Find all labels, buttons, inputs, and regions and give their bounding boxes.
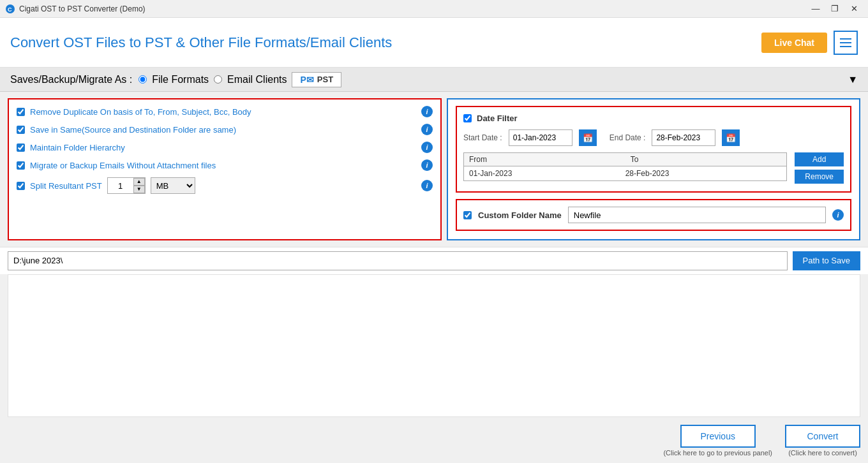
- custom-folder-checkbox[interactable]: [463, 211, 472, 219]
- split-value-input: ▲ ▼: [107, 177, 146, 194]
- previous-btn-group: Previous (Click here to go to previous p…: [663, 425, 772, 457]
- minimize-button[interactable]: —: [807, 2, 825, 16]
- split-controls: Split Resultant PST ▲ ▼ MB GB: [30, 177, 195, 194]
- option-row-2: Save in Same(Source and Destination Fold…: [17, 124, 433, 135]
- folder-hierarchy-checkbox[interactable]: [17, 143, 25, 152]
- table-row[interactable]: 01-Jan-2023 28-Feb-2023: [464, 166, 786, 180]
- saves-label: Saves/Backup/Migrate As :: [10, 74, 132, 85]
- menu-line: [840, 42, 851, 43]
- main-content: Remove Duplicate On basis of To, From, S…: [0, 92, 868, 463]
- svg-text:C: C: [8, 6, 12, 13]
- custom-folder-info-icon[interactable]: i: [832, 209, 844, 221]
- header: Convert OST Files to PST & Other File Fo…: [0, 18, 868, 68]
- date-table-container: From To 01-Jan-2023 28-Feb-2023: [463, 152, 787, 185]
- no-attachment-info-icon[interactable]: i: [421, 159, 433, 171]
- app-icon: C: [5, 4, 15, 14]
- format-badge[interactable]: P✉ PST: [292, 72, 341, 87]
- save-same-label[interactable]: Save in Same(Source and Destination Fold…: [30, 125, 421, 135]
- to-date-cell: 28-Feb-2023: [625, 169, 782, 178]
- no-attachment-checkbox[interactable]: [17, 161, 25, 170]
- option-row-split: Split Resultant PST ▲ ▼ MB GB i: [17, 177, 433, 194]
- custom-folder-label[interactable]: Custom Folder Name: [478, 210, 562, 220]
- split-pst-label[interactable]: Split Resultant PST: [30, 181, 102, 191]
- split-number-field[interactable]: [108, 178, 133, 193]
- log-area: [8, 274, 860, 418]
- start-date-label: Start Date :: [463, 133, 502, 142]
- duplicate-checkbox[interactable]: [17, 108, 25, 116]
- email-clients-label[interactable]: Email Clients: [227, 74, 287, 85]
- custom-folder-section: Custom Folder Name i: [456, 199, 851, 231]
- right-panel: Date Filter Start Date : 📅 End Date : 📅 …: [447, 98, 860, 240]
- from-column-header: From: [464, 153, 625, 166]
- convert-button[interactable]: Convert: [785, 425, 860, 448]
- split-info-icon[interactable]: i: [421, 180, 433, 191]
- menu-line: [840, 38, 851, 40]
- no-attachment-label[interactable]: Migrate or Backup Emails Without Attachm…: [30, 161, 421, 170]
- email-clients-radio[interactable]: [214, 75, 222, 84]
- date-filter-label[interactable]: Date Filter: [477, 114, 518, 123]
- bottom-bar: Previous (Click here to go to previous p…: [0, 421, 868, 463]
- format-options: File Formats Email Clients P✉ PST: [138, 72, 341, 87]
- date-range-row: Start Date : 📅 End Date : 📅: [463, 129, 844, 146]
- date-filter-section: Date Filter Start Date : 📅 End Date : 📅 …: [456, 106, 851, 193]
- menu-line: [840, 46, 851, 47]
- menu-button[interactable]: [834, 31, 858, 55]
- left-panel: Remove Duplicate On basis of To, From, S…: [8, 98, 442, 240]
- spin-buttons: ▲ ▼: [133, 178, 145, 193]
- window-title: Cigati OST to PST Converter (Demo): [19, 4, 807, 13]
- add-remove-buttons: Add Remove: [795, 152, 844, 185]
- end-date-calendar-button[interactable]: 📅: [722, 129, 740, 146]
- folder-name-input[interactable]: [568, 207, 826, 223]
- date-table-area: From To 01-Jan-2023 28-Feb-2023 Add Remo…: [463, 152, 844, 185]
- close-button[interactable]: ✕: [845, 2, 863, 16]
- remove-date-button[interactable]: Remove: [795, 170, 844, 184]
- date-filter-header: Date Filter: [463, 114, 844, 123]
- save-same-info-icon[interactable]: i: [421, 124, 433, 135]
- spin-down-button[interactable]: ▼: [133, 186, 145, 193]
- folder-hierarchy-info-icon[interactable]: i: [421, 142, 433, 153]
- path-input[interactable]: [8, 251, 788, 270]
- panels-row: Remove Duplicate On basis of To, From, S…: [0, 92, 868, 247]
- options-bar: Saves/Backup/Migrate As : File Formats E…: [0, 68, 868, 92]
- folder-hierarchy-label[interactable]: Maintain Folder Hierarchy: [30, 143, 421, 152]
- duplicate-info-icon[interactable]: i: [421, 106, 433, 117]
- format-badge-label: PST: [317, 75, 333, 84]
- duplicate-label[interactable]: Remove Duplicate On basis of To, From, S…: [30, 107, 421, 117]
- spin-up-button[interactable]: ▲: [133, 178, 145, 186]
- file-formats-label[interactable]: File Formats: [152, 74, 209, 85]
- from-date-cell: 01-Jan-2023: [469, 169, 625, 178]
- start-date-calendar-button[interactable]: 📅: [579, 129, 597, 146]
- dropdown-arrow-icon[interactable]: ▼: [848, 74, 858, 85]
- previous-button[interactable]: Previous: [680, 425, 756, 448]
- window-controls: — ❐ ✕: [807, 2, 863, 16]
- split-pst-checkbox[interactable]: [17, 182, 25, 190]
- path-to-save-button[interactable]: Path to Save: [793, 251, 860, 270]
- app-title: Convert OST Files to PST & Other File Fo…: [10, 34, 761, 51]
- live-chat-button[interactable]: Live Chat: [761, 33, 827, 53]
- to-column-header: To: [625, 153, 787, 166]
- save-same-checkbox[interactable]: [17, 126, 25, 134]
- title-bar: C Cigati OST to PST Converter (Demo) — ❐…: [0, 0, 868, 18]
- option-row-1: Remove Duplicate On basis of To, From, S…: [17, 106, 433, 117]
- start-date-input[interactable]: [509, 129, 572, 146]
- option-row-4: Migrate or Backup Emails Without Attachm…: [17, 159, 433, 171]
- date-table: From To 01-Jan-2023 28-Feb-2023: [463, 152, 787, 181]
- end-date-label: End Date :: [610, 133, 646, 142]
- convert-btn-group: Convert (Click here to convert): [785, 425, 860, 457]
- path-bar: Path to Save: [0, 247, 868, 274]
- date-table-header: From To: [464, 153, 786, 166]
- unit-select[interactable]: MB GB: [151, 177, 195, 194]
- add-date-button[interactable]: Add: [795, 152, 844, 166]
- previous-hint: (Click here to go to previous panel): [663, 449, 772, 457]
- date-filter-checkbox[interactable]: [463, 114, 472, 122]
- file-formats-radio[interactable]: [138, 75, 147, 84]
- end-date-input[interactable]: [652, 129, 715, 146]
- convert-hint: (Click here to convert): [788, 449, 857, 457]
- option-row-3: Maintain Folder Hierarchy i: [17, 142, 433, 153]
- pst-icon: P✉: [300, 75, 313, 85]
- maximize-button[interactable]: ❐: [826, 2, 844, 16]
